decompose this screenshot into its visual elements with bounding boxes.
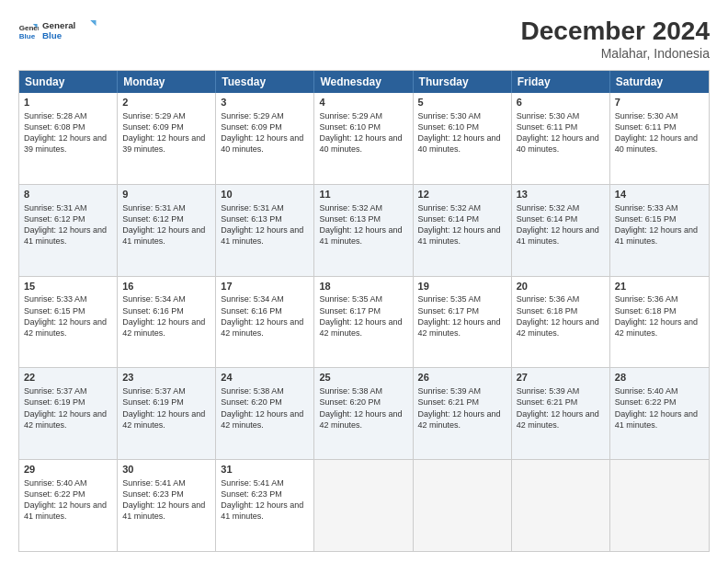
day-number: 17 (221, 280, 309, 293)
svg-marker-7 (91, 20, 97, 26)
day-number: 1 (24, 96, 112, 109)
sunset: Sunset: 6:19 PM (24, 397, 85, 407)
sunrise: Sunrise: 5:36 AM (517, 294, 580, 304)
day-number: 5 (418, 96, 506, 109)
sunrise: Sunrise: 5:34 AM (221, 294, 284, 304)
day-cell-31: 31Sunrise: 5:41 AMSunset: 6:23 PMDayligh… (216, 460, 314, 551)
day-cell-25: 25Sunrise: 5:38 AMSunset: 6:20 PMDayligh… (314, 368, 413, 459)
sunset: Sunset: 6:20 PM (319, 397, 381, 407)
sunrise: Sunrise: 5:29 AM (319, 111, 382, 121)
daylight: Daylight: 12 hours and 42 minutes. (517, 409, 599, 430)
empty-cell (512, 460, 610, 551)
sunset: Sunset: 6:12 PM (24, 214, 85, 224)
day-cell-10: 10Sunrise: 5:31 AMSunset: 6:13 PMDayligh… (216, 185, 314, 276)
daylight: Daylight: 12 hours and 41 minutes. (221, 225, 303, 246)
sunrise: Sunrise: 5:39 AM (517, 386, 580, 396)
daylight: Daylight: 12 hours and 40 minutes. (221, 133, 303, 154)
day-number: 26 (418, 371, 506, 385)
sunset: Sunset: 6:09 PM (221, 122, 282, 132)
day-cell-6: 6Sunrise: 5:30 AMSunset: 6:11 PMDaylight… (512, 93, 610, 184)
sunset: Sunset: 6:15 PM (615, 214, 677, 224)
daylight: Daylight: 12 hours and 41 minutes. (615, 409, 698, 430)
daylight: Daylight: 12 hours and 41 minutes. (221, 500, 303, 521)
daylight: Daylight: 12 hours and 41 minutes. (517, 225, 599, 246)
sunrise: Sunrise: 5:29 AM (122, 111, 186, 121)
day-number: 16 (122, 280, 210, 293)
daylight: Daylight: 12 hours and 40 minutes. (517, 133, 599, 154)
svg-text:Blue: Blue (42, 30, 63, 40)
svg-text:Blue: Blue (19, 32, 36, 40)
day-number: 11 (319, 188, 407, 201)
day-cell-18: 18Sunrise: 5:35 AMSunset: 6:17 PMDayligh… (314, 277, 413, 368)
day-number: 2 (122, 96, 210, 109)
sunset: Sunset: 6:21 PM (418, 397, 480, 407)
sunrise: Sunrise: 5:31 AM (221, 203, 284, 213)
header-day-tuesday: Tuesday (216, 71, 314, 93)
title-block: December 2024 Malahar, Indonesia (521, 17, 710, 61)
sunrise: Sunrise: 5:34 AM (122, 294, 186, 304)
day-cell-17: 17Sunrise: 5:34 AMSunset: 6:16 PMDayligh… (216, 277, 314, 368)
svg-text:General: General (42, 20, 76, 30)
day-number: 19 (418, 280, 506, 293)
calendar-row-5: 29Sunrise: 5:40 AMSunset: 6:22 PMDayligh… (19, 459, 709, 551)
sunset: Sunset: 6:17 PM (418, 306, 480, 316)
sunset: Sunset: 6:22 PM (24, 489, 85, 499)
sunset: Sunset: 6:18 PM (517, 306, 578, 316)
sunset: Sunset: 6:11 PM (615, 122, 677, 132)
sunset: Sunset: 6:13 PM (319, 214, 381, 224)
calendar-body: 1Sunrise: 5:28 AMSunset: 6:08 PMDaylight… (19, 93, 709, 551)
sunset: Sunset: 6:15 PM (24, 306, 85, 316)
daylight: Daylight: 12 hours and 41 minutes. (418, 225, 501, 246)
daylight: Daylight: 12 hours and 42 minutes. (221, 409, 303, 430)
day-cell-4: 4Sunrise: 5:29 AMSunset: 6:10 PMDaylight… (314, 93, 413, 184)
sunset: Sunset: 6:09 PM (122, 122, 184, 132)
day-cell-5: 5Sunrise: 5:30 AMSunset: 6:10 PMDaylight… (414, 93, 512, 184)
day-cell-7: 7Sunrise: 5:30 AMSunset: 6:11 PMDaylight… (610, 93, 709, 184)
sunrise: Sunrise: 5:33 AM (24, 294, 87, 304)
calendar-row-1: 1Sunrise: 5:28 AMSunset: 6:08 PMDaylight… (19, 93, 709, 184)
calendar-row-4: 22Sunrise: 5:37 AMSunset: 6:19 PMDayligh… (19, 367, 709, 459)
day-number: 20 (517, 280, 605, 293)
day-number: 4 (319, 96, 407, 109)
logo-icon: General Blue (18, 21, 39, 41)
day-cell-16: 16Sunrise: 5:34 AMSunset: 6:16 PMDayligh… (118, 277, 216, 368)
sunset: Sunset: 6:08 PM (24, 122, 85, 132)
sunset: Sunset: 6:19 PM (122, 397, 184, 407)
day-number: 28 (615, 371, 704, 385)
header-day-thursday: Thursday (414, 71, 512, 93)
sunrise: Sunrise: 5:36 AM (615, 294, 678, 304)
day-cell-8: 8Sunrise: 5:31 AMSunset: 6:12 PMDaylight… (19, 185, 118, 276)
sunset: Sunset: 6:10 PM (319, 122, 381, 132)
day-cell-9: 9Sunrise: 5:31 AMSunset: 6:12 PMDaylight… (118, 185, 216, 276)
daylight: Daylight: 12 hours and 42 minutes. (221, 317, 303, 338)
day-number: 22 (24, 371, 112, 385)
sunset: Sunset: 6:21 PM (517, 397, 578, 407)
daylight: Daylight: 12 hours and 42 minutes. (319, 409, 402, 430)
daylight: Daylight: 12 hours and 41 minutes. (24, 500, 107, 521)
day-number: 30 (122, 463, 210, 477)
header-day-monday: Monday (118, 71, 216, 93)
day-cell-23: 23Sunrise: 5:37 AMSunset: 6:19 PMDayligh… (118, 368, 216, 459)
logo: General Blue General Blue (18, 17, 97, 46)
sunset: Sunset: 6:17 PM (319, 306, 381, 316)
sunrise: Sunrise: 5:40 AM (615, 386, 678, 396)
day-cell-27: 27Sunrise: 5:39 AMSunset: 6:21 PMDayligh… (512, 368, 610, 459)
day-cell-28: 28Sunrise: 5:40 AMSunset: 6:22 PMDayligh… (610, 368, 709, 459)
daylight: Daylight: 12 hours and 41 minutes. (122, 225, 205, 246)
sunset: Sunset: 6:16 PM (122, 306, 184, 316)
sunset: Sunset: 6:22 PM (615, 397, 677, 407)
empty-cell (610, 460, 709, 551)
sunrise: Sunrise: 5:35 AM (319, 294, 382, 304)
day-number: 29 (24, 463, 112, 477)
day-cell-21: 21Sunrise: 5:36 AMSunset: 6:18 PMDayligh… (610, 277, 709, 368)
daylight: Daylight: 12 hours and 39 minutes. (24, 133, 107, 154)
daylight: Daylight: 12 hours and 39 minutes. (122, 133, 205, 154)
day-cell-26: 26Sunrise: 5:39 AMSunset: 6:21 PMDayligh… (414, 368, 512, 459)
sunrise: Sunrise: 5:28 AM (24, 111, 87, 121)
sunrise: Sunrise: 5:39 AM (418, 386, 482, 396)
sunset: Sunset: 6:23 PM (221, 489, 282, 499)
sunrise: Sunrise: 5:37 AM (24, 386, 87, 396)
daylight: Daylight: 12 hours and 40 minutes. (615, 133, 698, 154)
calendar-row-3: 15Sunrise: 5:33 AMSunset: 6:15 PMDayligh… (19, 276, 709, 368)
header-day-friday: Friday (512, 71, 610, 93)
